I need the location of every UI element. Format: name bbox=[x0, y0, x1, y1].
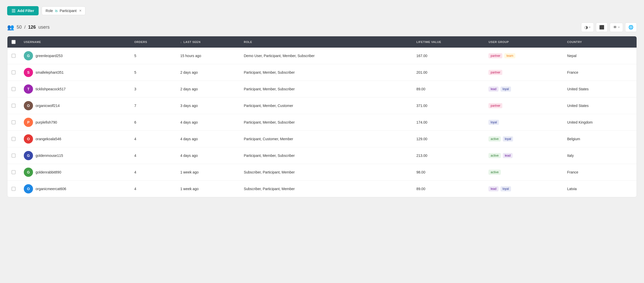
role-cell: Participant, Member, Subscriber bbox=[240, 147, 412, 164]
row-checkbox[interactable] bbox=[12, 104, 16, 108]
lifetime-value-cell: 98.00 bbox=[412, 164, 484, 181]
role-cell: Participant, Member, Subscriber bbox=[240, 64, 412, 81]
lifetime-value-cell: 201.00 bbox=[412, 64, 484, 81]
filter-chip-close[interactable]: × bbox=[79, 9, 81, 13]
filter-chip-value: Participant bbox=[60, 9, 76, 13]
username[interactable]: ticklishpeacock517 bbox=[36, 87, 66, 91]
user-group-cell: leadloyal bbox=[484, 181, 563, 197]
table-row[interactable]: P purplefish790 64 days agoParticipant, … bbox=[7, 114, 637, 131]
row-checkbox[interactable] bbox=[12, 120, 16, 124]
role-cell: Subscriber, Participant, Member bbox=[240, 181, 412, 197]
col-lifetime-value[interactable]: LIFETIME VALUE bbox=[412, 36, 484, 48]
user-group-cell: loyal bbox=[484, 114, 563, 131]
table-row[interactable]: O organicwolf214 73 days agoParticipant,… bbox=[7, 97, 637, 114]
table-row[interactable]: O orangekoala546 44 days agoParticipant,… bbox=[7, 131, 637, 147]
user-cell: G goldenmouse115 bbox=[20, 147, 130, 164]
last-seen-cell: 1 week ago bbox=[176, 164, 240, 181]
user-group-badge: lead bbox=[488, 86, 498, 92]
lifetime-value-cell: 213.00 bbox=[412, 147, 484, 164]
avatar: O bbox=[24, 134, 33, 144]
table-row[interactable]: T ticklishpeacock517 32 days agoParticip… bbox=[7, 81, 637, 97]
last-seen-cell: 3 days ago bbox=[176, 97, 240, 114]
row-checkbox[interactable] bbox=[12, 70, 16, 74]
row-checkbox[interactable] bbox=[12, 154, 16, 158]
lifetime-value-cell: 371.00 bbox=[412, 97, 484, 114]
user-cell: T ticklishpeacock517 bbox=[20, 81, 130, 97]
col-country[interactable]: COUNTRY bbox=[563, 36, 637, 48]
globe-button[interactable]: 🌐 bbox=[625, 23, 637, 32]
user-cell: G goldenrabbit890 bbox=[20, 164, 130, 181]
user-count-label: users bbox=[38, 25, 50, 30]
orders-cell: 7 bbox=[130, 97, 176, 114]
col-username[interactable]: USERNAME bbox=[20, 36, 130, 48]
filter-chip: Role is Participant × bbox=[42, 6, 85, 15]
username[interactable]: purplefish790 bbox=[36, 120, 57, 124]
user-group-cell: leadloyal bbox=[484, 81, 563, 97]
user-group-badge: active bbox=[488, 153, 501, 158]
username[interactable]: organicwolf214 bbox=[36, 104, 60, 108]
orders-cell: 4 bbox=[130, 181, 176, 197]
user-group-cell: partner bbox=[484, 97, 563, 114]
user-group-badge: lead bbox=[503, 153, 513, 158]
orders-cell: 5 bbox=[130, 64, 176, 81]
avatar: S bbox=[24, 68, 33, 77]
view-chevron: ▾ bbox=[618, 26, 620, 29]
col-checkbox bbox=[7, 36, 20, 48]
country-cell: United Kingdom bbox=[563, 114, 637, 131]
user-group-badge: partner bbox=[488, 70, 502, 75]
col-role[interactable]: ROLE bbox=[240, 36, 412, 48]
username[interactable]: greenleopard253 bbox=[36, 54, 63, 58]
lifetime-value-cell: 167.00 bbox=[412, 48, 484, 64]
user-cell: S smallelephant351 bbox=[20, 64, 130, 81]
last-seen-cell: 1 week ago bbox=[176, 181, 240, 197]
country-cell: Nepal bbox=[563, 48, 637, 64]
orders-cell: 4 bbox=[130, 147, 176, 164]
row-checkbox[interactable] bbox=[12, 187, 16, 191]
user-cell: O organicwolf214 bbox=[20, 97, 130, 114]
table-row[interactable]: G greenleopard253 515 hours agoDemo User… bbox=[7, 48, 637, 64]
avatar: O bbox=[24, 184, 33, 193]
users-table-container: USERNAME ORDERS ↓ LAST SEEN ROLE LIFETIM… bbox=[7, 36, 637, 197]
chart-button[interactable]: ◑ ▾ bbox=[581, 23, 594, 32]
col-orders[interactable]: ORDERS bbox=[130, 36, 176, 48]
table-row[interactable]: S smallelephant351 52 days agoParticipan… bbox=[7, 64, 637, 81]
table-row[interactable]: G goldenrabbit890 41 week agoSubscriber,… bbox=[7, 164, 637, 181]
country-cell: United States bbox=[563, 81, 637, 97]
table-row[interactable]: G goldenmouse115 44 days agoParticipant,… bbox=[7, 147, 637, 164]
username[interactable]: organicmeercat606 bbox=[36, 187, 66, 191]
username[interactable]: orangekoala546 bbox=[36, 137, 61, 141]
user-group-cell: activeloyal bbox=[484, 131, 563, 147]
table-row[interactable]: O organicmeercat606 41 week agoSubscribe… bbox=[7, 181, 637, 197]
username[interactable]: smallelephant351 bbox=[36, 70, 64, 74]
row-checkbox[interactable] bbox=[12, 87, 16, 91]
user-count-separator: / bbox=[24, 25, 26, 30]
users-icon: 👥 bbox=[7, 24, 14, 31]
row-checkbox[interactable] bbox=[12, 137, 16, 141]
table-header-row: USERNAME ORDERS ↓ LAST SEEN ROLE LIFETIM… bbox=[7, 36, 637, 48]
view-button[interactable]: 👁 ▾ bbox=[610, 23, 623, 32]
user-group-cell: active bbox=[484, 164, 563, 181]
avatar: P bbox=[24, 118, 33, 127]
user-group-badge: partner bbox=[488, 103, 502, 108]
user-group-badge: active bbox=[488, 136, 501, 142]
header-checkbox[interactable] bbox=[12, 40, 16, 44]
user-group-badge: loyal bbox=[501, 186, 511, 191]
username[interactable]: goldenrabbit890 bbox=[36, 170, 61, 174]
role-cell: Participant, Member, Subscriber bbox=[240, 81, 412, 97]
row-checkbox[interactable] bbox=[12, 54, 16, 58]
user-group-badge: lead bbox=[488, 186, 498, 191]
col-last-seen[interactable]: ↓ LAST SEEN bbox=[176, 36, 240, 48]
export-button[interactable]: ⬛ bbox=[596, 23, 608, 32]
user-group-badge: active bbox=[488, 170, 501, 175]
user-cell: G greenleopard253 bbox=[20, 48, 130, 64]
user-count: 👥 50 / 126 users bbox=[7, 24, 50, 31]
username[interactable]: goldenmouse115 bbox=[36, 154, 63, 158]
role-cell: Demo User, Participant, Member, Subscrib… bbox=[240, 48, 412, 64]
add-filter-button[interactable]: Add Filter bbox=[7, 6, 39, 15]
col-user-group[interactable]: USER GROUP bbox=[484, 36, 563, 48]
last-seen-cell: 4 days ago bbox=[176, 114, 240, 131]
orders-cell: 4 bbox=[130, 131, 176, 147]
user-group-badge: partner bbox=[488, 53, 502, 58]
filter-chip-prefix: Role bbox=[46, 9, 53, 13]
row-checkbox[interactable] bbox=[12, 170, 16, 174]
